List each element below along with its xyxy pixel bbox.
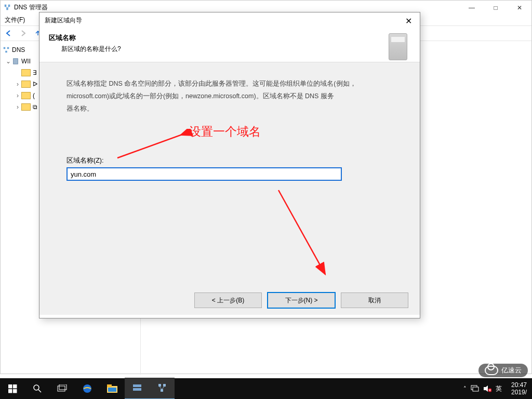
- svg-line-34: [162, 387, 164, 389]
- folder-icon: [21, 103, 31, 111]
- dns-taskbar-icon: [157, 383, 167, 393]
- svg-rect-9: [7, 47, 9, 49]
- close-button[interactable]: ✕: [508, 1, 531, 15]
- folder-icon: [21, 92, 31, 99]
- server-illustration-icon: [389, 33, 407, 60]
- tree-folder-1-label: ∃: [33, 69, 37, 76]
- wizard-titlebar[interactable]: 新建区域向导: [39, 12, 420, 28]
- windows-logo-icon: [8, 384, 17, 393]
- wizard-close-button[interactable]: ✕: [400, 15, 417, 27]
- wizard-step-subtitle: 新区域的名称是什么?: [61, 45, 121, 54]
- tree-folder-3-label: (: [33, 92, 35, 99]
- tree-folder-4-label: ⧉: [33, 103, 37, 111]
- svg-rect-30: [158, 384, 161, 387]
- svg-rect-8: [4, 47, 6, 49]
- tree-server-label: WII: [21, 58, 31, 65]
- zone-name-input[interactable]: [66, 167, 342, 181]
- tree-root-label: DNS: [12, 46, 25, 54]
- svg-rect-10: [5, 51, 7, 53]
- svg-rect-23: [59, 384, 66, 390]
- svg-marker-37: [484, 385, 488, 392]
- search-icon: [33, 384, 42, 393]
- taskbar-clock[interactable]: 20:47 2019/: [506, 381, 532, 396]
- watermark-text: 亿速云: [501, 366, 522, 375]
- svg-rect-28: [133, 384, 141, 387]
- wizard-body: 区域名称指定 DNS 命名空间的部分，该部分由此服务器管理。这可能是你组织单位的…: [39, 62, 420, 286]
- search-button[interactable]: [25, 378, 50, 399]
- wizard-footer: < 上一步(B) 下一步(N) > 取消: [39, 286, 420, 315]
- maximize-button[interactable]: □: [484, 1, 508, 15]
- dns-manager-taskbar-button[interactable]: [150, 378, 175, 399]
- server-icon: [12, 58, 19, 65]
- svg-line-15: [278, 190, 325, 274]
- back-button[interactable]: < 上一步(B): [194, 292, 262, 308]
- svg-rect-0: [5, 5, 7, 7]
- svg-rect-1: [8, 5, 10, 7]
- svg-rect-17: [13, 384, 17, 389]
- network-icon[interactable]: [471, 385, 479, 392]
- svg-rect-26: [107, 384, 112, 387]
- cancel-button[interactable]: 取消: [341, 292, 408, 308]
- task-view-button[interactable]: [50, 378, 75, 399]
- start-button[interactable]: [0, 378, 25, 399]
- next-button[interactable]: 下一步(N) >: [267, 292, 336, 309]
- svg-rect-27: [108, 388, 116, 392]
- ie-taskbar-button[interactable]: [75, 378, 100, 399]
- nav-back-button[interactable]: [3, 27, 15, 39]
- svg-rect-16: [8, 384, 12, 389]
- explorer-taskbar-button[interactable]: [100, 378, 125, 399]
- clock-date: 2019/: [511, 389, 527, 396]
- server-manager-taskbar-button[interactable]: [125, 378, 150, 399]
- svg-rect-36: [473, 387, 478, 391]
- ime-indicator[interactable]: 英: [496, 384, 502, 393]
- wizard-title: 新建区域向导: [45, 16, 82, 25]
- zone-name-label: 区域名称(Z):: [66, 156, 393, 165]
- tray-chevron-up-icon[interactable]: ˄: [463, 385, 467, 392]
- desc-line2: microsoft.com)或此域名的一部分(例如，newzone.micros…: [66, 92, 334, 100]
- app-title: DNS 管理器: [14, 3, 48, 12]
- task-view-icon: [57, 384, 68, 393]
- watermark-badge: 亿速云: [478, 364, 528, 377]
- svg-rect-18: [8, 389, 12, 393]
- minimize-button[interactable]: —: [460, 1, 484, 15]
- svg-line-13: [117, 132, 189, 158]
- desc-line1: 区域名称指定 DNS 命名空间的部分，该部分由此服务器管理。这可能是你组织单位的…: [66, 80, 356, 87]
- menu-file[interactable]: 文件(F): [5, 16, 25, 24]
- svg-rect-19: [13, 389, 17, 393]
- svg-rect-2: [6, 8, 8, 10]
- tree-twisty-icon[interactable]: ›: [14, 92, 21, 99]
- tree-twisty-icon[interactable]: ›: [14, 81, 21, 88]
- system-tray: ˄ 英 20:47 2019/: [459, 378, 532, 399]
- file-explorer-icon: [107, 384, 117, 393]
- svg-line-33: [159, 387, 162, 389]
- wizard-step-title: 区域名称: [49, 33, 121, 43]
- cloud-icon: [485, 366, 498, 375]
- taskbar[interactable]: ˄ 英 20:47 2019/: [0, 378, 532, 399]
- desc-line3: 器名称。: [66, 105, 94, 112]
- svg-rect-29: [133, 388, 141, 391]
- svg-point-20: [34, 385, 39, 390]
- svg-rect-31: [163, 384, 166, 387]
- clock-time: 20:47: [511, 381, 527, 389]
- dns-app-icon: [4, 4, 11, 11]
- dns-root-icon: [3, 46, 10, 54]
- svg-line-3: [6, 7, 8, 8]
- svg-rect-32: [161, 389, 163, 392]
- folder-icon: [21, 81, 31, 88]
- tree-folder-2-label: ᐅ: [33, 81, 37, 88]
- wizard-description: 区域名称指定 DNS 命名空间的部分，该部分由此服务器管理。这可能是你组织单位的…: [66, 78, 393, 115]
- server-manager-icon: [132, 383, 142, 393]
- nav-forward-button[interactable]: [17, 27, 30, 39]
- svg-rect-22: [58, 386, 65, 391]
- window-controls: — □ ✕: [460, 1, 531, 15]
- new-zone-wizard-dialog: 新建区域向导 ✕ 区域名称 新区域的名称是什么? 区域名称指定 DNS 命名空间…: [39, 12, 420, 318]
- svg-line-21: [38, 390, 41, 392]
- tree-twisty-open-icon[interactable]: ⌄: [5, 58, 12, 65]
- volume-muted-icon[interactable]: [483, 385, 491, 392]
- svg-rect-11: [14, 59, 18, 64]
- svg-line-4: [7, 7, 9, 8]
- ie-icon: [82, 383, 93, 394]
- wizard-header: 区域名称 新区域的名称是什么?: [39, 28, 420, 62]
- tree-twisty-icon[interactable]: ›: [14, 103, 21, 111]
- folder-icon: [21, 69, 31, 76]
